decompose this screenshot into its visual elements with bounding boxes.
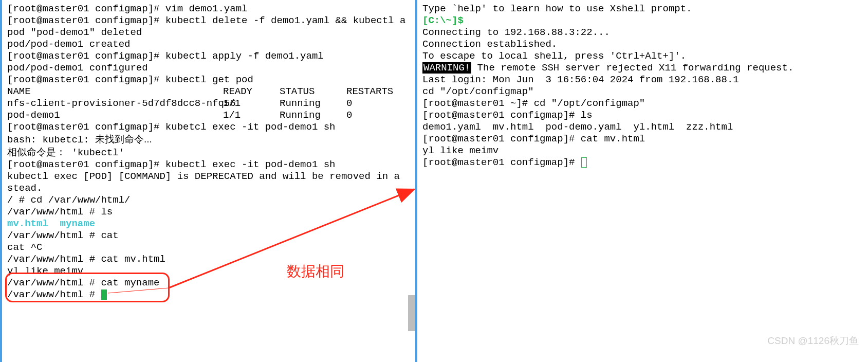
output: Connection established.	[422, 39, 863, 50]
output: bash: kubetcl: 未找到命令...	[7, 133, 401, 146]
output: pod/pod-demo1 configured	[7, 62, 401, 74]
output: stead.	[7, 183, 401, 194]
cmd: [root@master01 configmap]# ls	[422, 110, 863, 121]
output: yl like meimv	[422, 145, 863, 157]
cmd: [root@master01 configmap]# vim demo1.yam…	[7, 3, 401, 15]
cmd: /var/www/html # cat myname	[7, 277, 401, 289]
output: cd "/opt/configmap"	[422, 86, 863, 98]
output: Last login: Mon Jun 3 16:56:04 2024 from…	[422, 74, 863, 86]
output: demo1.yaml mv.html pod-demo.yaml yl.html…	[422, 121, 863, 133]
pane-divider[interactable]	[406, 0, 415, 362]
output: cat ^C	[7, 242, 401, 254]
table-row: nfs-client-provisioner-5d7df8dcc8-nfq561…	[7, 98, 401, 110]
prompt[interactable]: [root@master01 configmap]#	[422, 157, 863, 169]
terminal-left[interactable]: [root@master01 configmap]# vim demo1.yam…	[0, 0, 406, 362]
output: To escape to local shell, press 'Ctrl+Al…	[422, 50, 863, 62]
cmd: [root@master01 configmap]# kubectl delet…	[7, 15, 401, 27]
output: mv.html myname	[7, 218, 401, 230]
cmd: [root@master01 configmap]# kubetcl exec …	[7, 121, 401, 133]
cmd: /var/www/html # ls	[7, 206, 401, 218]
terminal-right[interactable]: Type `help' to learn how to use Xshell p…	[415, 0, 868, 362]
cmd: [root@master01 configmap]# kubectl apply…	[7, 50, 401, 62]
output: Type `help' to learn how to use Xshell p…	[422, 3, 863, 15]
cmd: [root@master01 configmap]# kubectl get p…	[7, 74, 401, 86]
output: 相似命令是： 'kubectl'	[7, 146, 401, 159]
scrollbar-thumb[interactable]	[408, 295, 415, 331]
cursor-icon	[101, 289, 107, 300]
output: WARNING! The remote SSH server rejected …	[422, 62, 863, 74]
prompt[interactable]: /var/www/html #	[7, 289, 401, 301]
output: pod/pod-demo1 created	[7, 39, 401, 50]
cmd: [root@master01 ~]# cd "/opt/configmap"	[422, 98, 863, 110]
output: Connecting to 192.168.88.3:22...	[422, 27, 863, 39]
cmd: [root@master01 configmap]# cat mv.html	[422, 133, 863, 145]
warning-badge: WARNING!	[422, 62, 471, 74]
cmd: [root@master01 configmap]# kubectl exec …	[7, 159, 401, 171]
cmd: /var/www/html # cat	[7, 230, 401, 242]
cmd: / # cd /var/www/html/	[7, 194, 401, 206]
table-header: NAMEREADYSTATUSRESTARTS	[7, 86, 401, 98]
table-row: pod-demo11/1Running0	[7, 110, 401, 121]
cmd: /var/www/html # cat mv.html	[7, 254, 401, 265]
prompt: [C:\~]$	[422, 15, 863, 27]
output: yl like meimv	[7, 265, 401, 277]
output: pod "pod-demo1" deleted	[7, 27, 401, 39]
cursor-icon	[581, 157, 587, 168]
output: kubectl exec [POD] [COMMAND] is DEPRECAT…	[7, 171, 401, 183]
